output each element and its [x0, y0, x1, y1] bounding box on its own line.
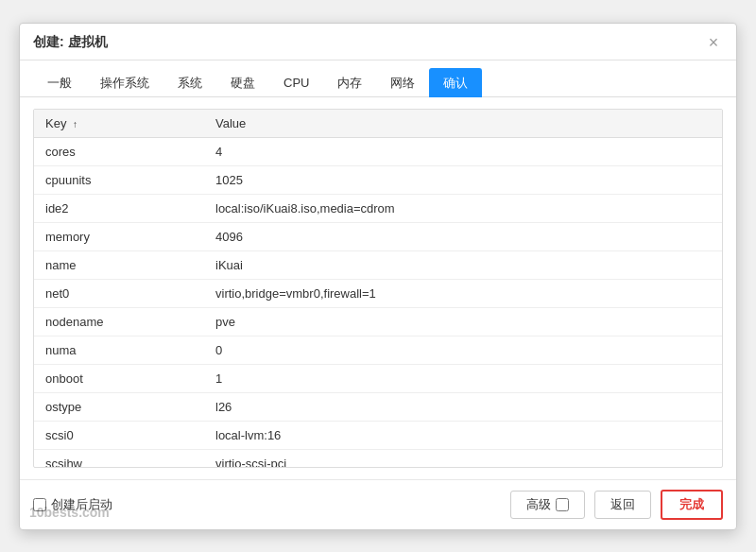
- cell-value: 1025: [204, 165, 722, 194]
- cell-key: onboot: [34, 364, 204, 392]
- cell-value: 1: [204, 364, 722, 392]
- tab-system[interactable]: 系统: [163, 68, 216, 97]
- table-row: net0virtio,bridge=vmbr0,firewall=1: [34, 279, 722, 307]
- dialog-header: 创建: 虚拟机 ×: [20, 24, 736, 60]
- tab-general[interactable]: 一般: [33, 68, 86, 97]
- cell-value: virtio-scsi-pci: [204, 449, 722, 468]
- table-row: numa0: [34, 336, 722, 364]
- table-row: scsihwvirtio-scsi-pci: [34, 449, 722, 468]
- cell-key: ostype: [34, 392, 204, 421]
- tab-confirm[interactable]: 确认: [429, 68, 482, 97]
- tab-network[interactable]: 网络: [376, 68, 429, 97]
- cell-key: memory: [34, 222, 204, 250]
- cell-key: numa: [34, 336, 204, 364]
- table-row: cpuunits1025: [34, 165, 722, 194]
- dialog-footer: 创建后启动 高级 返回 完成: [20, 479, 736, 529]
- advanced-button[interactable]: 高级: [510, 491, 585, 519]
- finish-button[interactable]: 完成: [661, 490, 723, 520]
- cell-value: virtio,bridge=vmbr0,firewall=1: [204, 279, 722, 307]
- cell-value: local:iso/iKuai8.iso,media=cdrom: [204, 194, 722, 222]
- table-row: nodenamepve: [34, 307, 722, 336]
- tab-cpu[interactable]: CPU: [269, 69, 323, 95]
- cell-key: scsi0: [34, 421, 204, 449]
- cell-value: 0: [204, 336, 722, 364]
- tab-disk[interactable]: 硬盘: [216, 68, 269, 97]
- cell-value: l26: [204, 392, 722, 421]
- table-row: scsi0local-lvm:16: [34, 421, 722, 449]
- cell-value: 4: [204, 137, 722, 165]
- cell-key: cpuunits: [34, 165, 204, 194]
- back-button[interactable]: 返回: [594, 491, 651, 519]
- footer-left: 创建后启动: [33, 496, 112, 513]
- vm-create-dialog: 创建: 虚拟机 × 一般操作系统系统硬盘CPU内存网络确认 Key ↑ Valu…: [19, 23, 737, 530]
- tab-memory[interactable]: 内存: [323, 68, 376, 97]
- tab-os[interactable]: 操作系统: [86, 68, 163, 97]
- autostart-checkbox-wrapper[interactable]: 创建后启动: [33, 496, 112, 513]
- autostart-checkbox[interactable]: [33, 498, 46, 511]
- cell-key: ide2: [34, 194, 204, 222]
- cell-key: cores: [34, 137, 204, 165]
- cell-value: iKuai: [204, 250, 722, 279]
- cell-value: 4096: [204, 222, 722, 250]
- config-table-container[interactable]: Key ↑ Value cores4cpuunits1025ide2local:…: [33, 109, 723, 468]
- cell-key: net0: [34, 279, 204, 307]
- cell-key: scsihw: [34, 449, 204, 468]
- table-row: cores4: [34, 137, 722, 165]
- table-row: nameiKuai: [34, 250, 722, 279]
- advanced-toggle-checkbox[interactable]: [556, 498, 569, 511]
- table-row: onboot1: [34, 364, 722, 392]
- cell-key: name: [34, 250, 204, 279]
- sort-arrow-icon: ↑: [73, 119, 77, 129]
- dialog-title: 创建: 虚拟机: [33, 34, 108, 51]
- col-header-value: Value: [204, 110, 722, 138]
- table-row: memory4096: [34, 222, 722, 250]
- close-button[interactable]: ×: [704, 33, 723, 52]
- cell-value: pve: [204, 307, 722, 336]
- cell-key: nodename: [34, 307, 204, 336]
- footer-right: 高级 返回 完成: [510, 490, 723, 520]
- autostart-label: 创建后启动: [51, 496, 112, 513]
- table-row: ostypel26: [34, 392, 722, 421]
- dialog-body: Key ↑ Value cores4cpuunits1025ide2local:…: [20, 97, 736, 479]
- cell-value: local-lvm:16: [204, 421, 722, 449]
- tab-bar: 一般操作系统系统硬盘CPU内存网络确认: [20, 60, 736, 97]
- table-row: ide2local:iso/iKuai8.iso,media=cdrom: [34, 194, 722, 222]
- col-header-key[interactable]: Key ↑: [34, 110, 204, 138]
- config-table: Key ↑ Value cores4cpuunits1025ide2local:…: [34, 110, 722, 468]
